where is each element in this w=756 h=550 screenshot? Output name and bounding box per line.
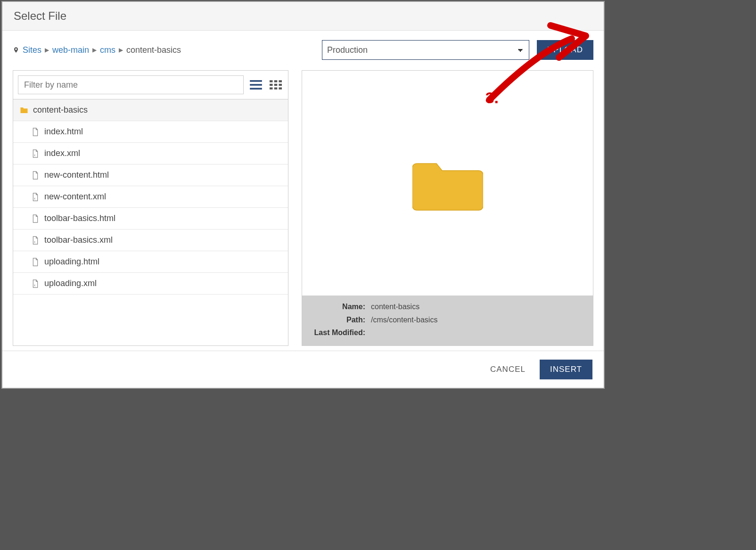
- svg-rect-4: [274, 80, 278, 82]
- meta-name-label: Name:: [309, 300, 365, 313]
- annotation-label: 3.: [485, 89, 499, 107]
- file-browser-panel: content-basics index.html index.xml: [13, 70, 288, 346]
- view-toggle: [248, 77, 283, 92]
- meta-name-value: content-basics: [371, 300, 586, 313]
- list-view-icon[interactable]: [248, 77, 263, 92]
- chevron-right-icon: ▶: [119, 47, 123, 53]
- preview-canvas: 3.: [302, 71, 593, 296]
- breadcrumb-cms[interactable]: cms: [100, 45, 115, 55]
- list-item[interactable]: toolbar-basics.xml: [13, 230, 288, 251]
- file-name: new-content.xml: [44, 192, 106, 202]
- list-item[interactable]: toolbar-basics.html: [13, 208, 288, 230]
- svg-rect-7: [274, 84, 278, 86]
- file-name: uploading.html: [44, 257, 99, 267]
- svg-rect-3: [270, 80, 273, 82]
- file-xml-icon: [31, 279, 40, 288]
- file-xml-icon: [31, 192, 40, 202]
- upload-button[interactable]: UPLOAD: [537, 40, 593, 60]
- file-list: content-basics index.html index.xml: [13, 99, 288, 311]
- folder-large-icon: [412, 155, 483, 212]
- file-name: uploading.xml: [44, 279, 97, 288]
- environment-select[interactable]: Production: [322, 40, 529, 60]
- meta-modified-value: [371, 326, 586, 339]
- empty-row: [13, 295, 288, 311]
- filter-input[interactable]: [18, 75, 244, 94]
- dialog-body: Sites ▶ web-main ▶ cms ▶ content-basics …: [2, 31, 604, 351]
- file-name: toolbar-basics.html: [44, 213, 115, 223]
- list-item[interactable]: new-content.xml: [13, 186, 288, 208]
- preview-meta: Name: content-basics Path: /cms/content-…: [302, 296, 593, 345]
- panels: content-basics index.html index.xml: [13, 70, 593, 346]
- file-name: index.html: [44, 127, 83, 137]
- grid-view-icon[interactable]: [268, 77, 283, 92]
- meta-modified-label: Last Modified:: [309, 326, 365, 339]
- dialog-title: Select File: [2, 2, 604, 31]
- folder-row[interactable]: content-basics: [13, 99, 288, 121]
- meta-path-label: Path:: [309, 313, 365, 326]
- file-xml-icon: [31, 236, 40, 245]
- list-item[interactable]: index.xml: [13, 143, 288, 164]
- file-name: new-content.html: [44, 170, 109, 180]
- list-item[interactable]: uploading.xml: [13, 273, 288, 295]
- file-icon: [31, 257, 40, 267]
- svg-rect-8: [279, 84, 282, 86]
- breadcrumb: Sites ▶ web-main ▶ cms ▶ content-basics: [13, 45, 314, 55]
- file-icon: [31, 127, 40, 137]
- folder-icon: [20, 106, 28, 115]
- file-name: index.xml: [44, 148, 80, 158]
- list-item[interactable]: uploading.html: [13, 251, 288, 273]
- file-name: toolbar-basics.xml: [44, 235, 113, 245]
- chevron-right-icon: ▶: [45, 47, 49, 53]
- chevron-right-icon: ▶: [92, 47, 97, 53]
- svg-rect-11: [279, 87, 282, 89]
- filter-bar: [13, 71, 288, 99]
- cancel-button[interactable]: CANCEL: [480, 360, 536, 379]
- pin-icon: [13, 46, 19, 54]
- top-row: Sites ▶ web-main ▶ cms ▶ content-basics …: [13, 40, 593, 60]
- breadcrumb-current: content-basics: [126, 45, 181, 55]
- file-xml-icon: [31, 149, 40, 158]
- svg-rect-5: [279, 80, 282, 82]
- file-icon: [31, 214, 40, 223]
- list-item[interactable]: new-content.html: [13, 164, 288, 186]
- folder-name: content-basics: [33, 105, 88, 115]
- select-file-dialog: Select File Sites ▶ web-main ▶ cms ▶ con…: [1, 1, 605, 389]
- breadcrumb-sites[interactable]: Sites: [23, 45, 41, 55]
- insert-button[interactable]: INSERT: [540, 360, 592, 379]
- breadcrumb-web-main[interactable]: web-main: [52, 45, 89, 55]
- svg-rect-6: [270, 84, 273, 86]
- svg-rect-9: [270, 87, 273, 89]
- meta-path-value: /cms/content-basics: [371, 313, 586, 326]
- list-item[interactable]: index.html: [13, 121, 288, 143]
- file-icon: [31, 171, 40, 180]
- svg-rect-10: [274, 87, 278, 89]
- dialog-footer: CANCEL INSERT: [2, 351, 604, 388]
- preview-panel: 3. Name: content-basics Path: /cms/conte…: [302, 70, 593, 346]
- annotation-arrow: [475, 20, 598, 114]
